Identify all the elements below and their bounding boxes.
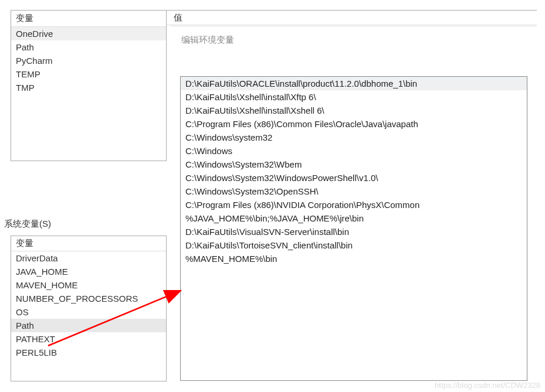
user-vars-header: 变量: [11, 11, 166, 27]
edit-env-dialog: 编辑环境变量 D:\KaiFaUtils\ORACLE\install\prod…: [171, 26, 537, 383]
user-var-row[interactable]: Path: [11, 40, 166, 54]
path-row[interactable]: C:\Windows: [181, 144, 527, 158]
path-row[interactable]: %JAVA_HOME%\bin;%JAVA_HOME%\jre\bin: [181, 212, 527, 225]
path-row[interactable]: %MAVEN_HOME%\bin: [181, 252, 527, 265]
sys-var-row[interactable]: DriverData: [11, 251, 166, 265]
path-row[interactable]: C:\Program Files (x86)\Common Files\Orac…: [181, 117, 527, 131]
user-vars-list[interactable]: OneDrivePathPyCharmTEMPTMP: [11, 27, 166, 94]
user-var-row[interactable]: TEMP: [11, 67, 166, 81]
path-list[interactable]: D:\KaiFaUtils\ORACLE\install\product\11.…: [180, 76, 527, 381]
user-vars-col-variable[interactable]: 变量: [11, 11, 38, 26]
path-row[interactable]: C:\Windows\System32\WindowsPowerShell\v1…: [181, 171, 527, 185]
path-row[interactable]: C:\Windows\System32\OpenSSH\: [181, 185, 527, 198]
sys-var-row[interactable]: JAVA_HOME: [11, 265, 166, 278]
watermark-text: https://blog.csdn.net/CDW2328: [435, 381, 540, 390]
user-var-row[interactable]: TMP: [11, 81, 166, 94]
sys-var-row[interactable]: MAVEN_HOME: [11, 278, 166, 292]
sys-var-row[interactable]: PATHEXT: [11, 332, 166, 346]
path-row[interactable]: D:\KaiFaUtils\VisualSVN-Server\install\b…: [181, 225, 527, 238]
path-row[interactable]: D:\KaiFaUtils\Xshell\install\Xshell 6\: [181, 104, 527, 117]
user-variables-panel: 变量 OneDrivePathPyCharmTEMPTMP: [11, 10, 167, 161]
system-variables-panel: 变量 DriverDataJAVA_HOMEMAVEN_HOMENUMBER_O…: [11, 236, 167, 381]
sys-vars-header[interactable]: 变量: [11, 236, 166, 251]
path-row[interactable]: C:\Program Files (x86)\NVIDIA Corporatio…: [181, 198, 527, 212]
system-variables-label: 系统变量(S): [4, 219, 51, 230]
path-row[interactable]: D:\KaiFaUtils\TortoiseSVN_client\install…: [181, 238, 527, 252]
path-row[interactable]: D:\KaiFaUtils\ORACLE\install\product\11.…: [181, 77, 527, 90]
sys-var-row[interactable]: PERL5LIB: [11, 346, 166, 359]
sys-var-row[interactable]: Path: [11, 319, 166, 332]
path-row[interactable]: C:\Windows\system32: [181, 131, 527, 144]
sys-vars-list[interactable]: DriverDataJAVA_HOMEMAVEN_HOMENUMBER_OF_P…: [11, 251, 166, 359]
path-row[interactable]: D:\KaiFaUtils\Xshell\install\Xftp 6\: [181, 90, 527, 104]
user-vars-col-value[interactable]: 值: [167, 10, 537, 25]
dialog-title: 编辑环境变量: [180, 35, 527, 46]
sys-var-row[interactable]: NUMBER_OF_PROCESSORS: [11, 292, 166, 305]
user-var-row[interactable]: PyCharm: [11, 54, 166, 67]
sys-var-row[interactable]: OS: [11, 305, 166, 319]
user-var-row[interactable]: OneDrive: [11, 27, 166, 40]
path-row[interactable]: C:\Windows\System32\Wbem: [181, 158, 527, 171]
